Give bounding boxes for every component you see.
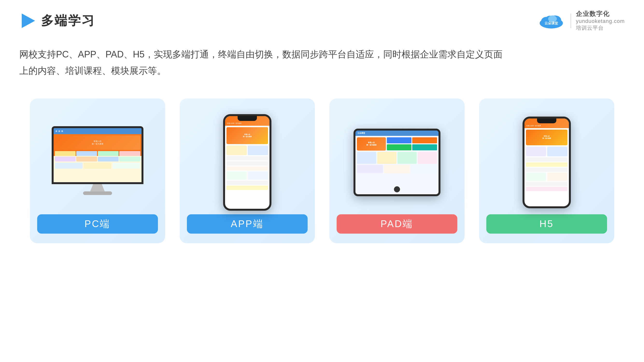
pad-home-btn	[394, 186, 400, 192]
h5-phone: 联通人的第一堂沟通课 联通人的第一堂沟通课	[522, 117, 571, 208]
description-block: 网校支持PC、APP、PAD、H5，实现多端打通，终端自由切换，数据同步跨平台自…	[0, 32, 644, 79]
pad-card: 云朵课堂 联通人的第一堂沟通课	[329, 98, 464, 243]
monitor-stand	[90, 184, 105, 191]
play-icon	[19, 12, 36, 29]
header: 多端学习 云朵课堂 企业数字化 yunduoketang.com 培训云平台	[0, 0, 644, 32]
h5-image-area: 联通人的第一堂沟通课 联通人的第一堂沟通课	[486, 110, 607, 214]
h5-label-btn: H5	[486, 214, 607, 234]
app-phone: 联通人的第一堂沟通课 联通人的第一堂沟通课	[223, 114, 272, 211]
cloud-logo: 云朵课堂	[537, 11, 566, 30]
pad-screen: 云朵课堂 联通人的第一堂沟通课	[356, 131, 438, 194]
monitor-screen: 联通人的第一堂沟通课	[52, 126, 144, 184]
svg-text:云朵课堂: 云朵课堂	[544, 21, 558, 25]
pc-image-area: 联通人的第一堂沟通课	[37, 110, 158, 214]
description-line2: 上的内容、培训课程、模块展示等。	[19, 62, 625, 79]
h5-card: 联通人的第一堂沟通课 联通人的第一堂沟通课	[479, 98, 614, 243]
monitor-base	[83, 191, 112, 195]
cards-container: 联通人的第一堂沟通课	[0, 79, 644, 243]
pc-card: 联通人的第一堂沟通课	[30, 98, 165, 243]
logo-divider	[570, 13, 571, 28]
logo-tagline: 企业数字化	[576, 10, 610, 18]
logo-left: 多端学习	[19, 12, 95, 29]
pc-label-btn: PC端	[37, 214, 158, 234]
logo-tagline2: 培训云平台	[576, 24, 604, 32]
phone-notch	[238, 116, 257, 121]
pad-image-area: 云朵课堂 联通人的第一堂沟通课	[336, 110, 457, 214]
description-line1: 网校支持PC、APP、PAD、H5，实现多端打通，终端自由切换，数据同步跨平台自…	[19, 46, 625, 62]
cloud-icon: 云朵课堂	[537, 11, 566, 30]
logo-url: yunduoketang.com	[576, 18, 625, 24]
logo-right: 云朵课堂 企业数字化 yunduoketang.com 培训云平台	[537, 10, 625, 32]
phone-screen: 联通人的第一堂沟通课 联通人的第一堂沟通课	[225, 116, 270, 209]
pad-label-btn: PAD端	[336, 214, 457, 234]
svg-marker-0	[22, 13, 35, 28]
pad-tablet: 云朵课堂 联通人的第一堂沟通课	[354, 129, 440, 196]
app-label-btn: APP端	[187, 214, 308, 234]
app-card: 联通人的第一堂沟通课 联通人的第一堂沟通课	[180, 98, 315, 243]
pc-monitor: 联通人的第一堂沟通课	[52, 126, 144, 199]
h5-phone-notch	[537, 118, 556, 123]
h5-phone-screen: 联通人的第一堂沟通课 联通人的第一堂沟通课	[524, 118, 569, 206]
logo-text-right: 企业数字化 yunduoketang.com 培训云平台	[576, 10, 625, 32]
page-title: 多端学习	[41, 12, 95, 29]
app-image-area: 联通人的第一堂沟通课 联通人的第一堂沟通课	[187, 110, 308, 214]
